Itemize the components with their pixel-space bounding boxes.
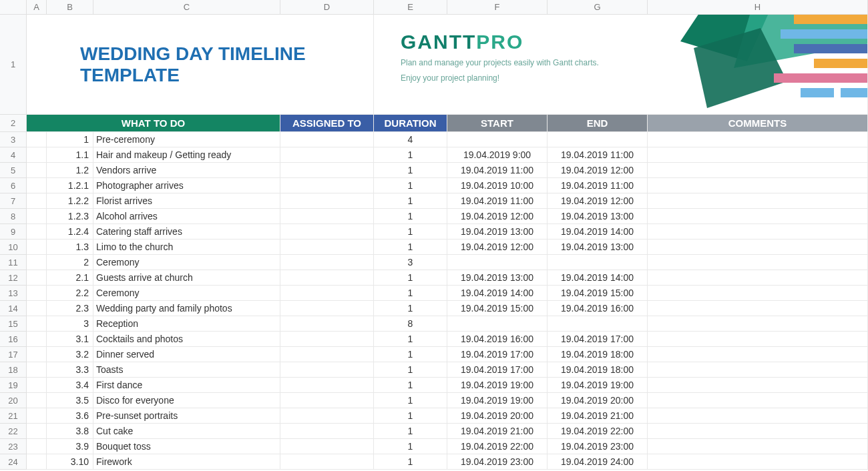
cell-end[interactable]: 19.04.2019 21:00	[548, 408, 648, 424]
cell-assigned[interactable]	[280, 378, 374, 393]
cell-comments[interactable]	[648, 224, 868, 240]
cell-duration[interactable]: 1	[374, 362, 447, 378]
row-header-6[interactable]: 6	[0, 178, 27, 193]
col-header-B[interactable]: B	[47, 0, 93, 15]
row-header-8[interactable]: 8	[0, 209, 27, 224]
cell-id[interactable]: 3.3	[47, 362, 93, 378]
cell-empty[interactable]	[27, 454, 47, 470]
cell-start[interactable]: 19.04.2019 12:00	[447, 240, 548, 255]
header-end[interactable]: END	[548, 115, 648, 132]
cell-comments[interactable]	[648, 347, 868, 362]
cell-id[interactable]: 1.2.2	[47, 193, 93, 209]
cell-end[interactable]: 19.04.2019 23:00	[548, 439, 648, 454]
cell-comments[interactable]	[648, 424, 868, 439]
row-header-10[interactable]: 10	[0, 240, 27, 255]
row-header-22[interactable]: 22	[0, 424, 27, 439]
cell-start[interactable]: 19.04.2019 15:00	[447, 301, 548, 316]
cell-task[interactable]: Ceremony	[93, 286, 280, 301]
cell-empty[interactable]	[27, 240, 47, 255]
cell-start[interactable]: 19.04.2019 12:00	[447, 209, 548, 224]
cell-start[interactable]	[447, 132, 548, 147]
cell-duration[interactable]: 1	[374, 286, 447, 301]
cell-task[interactable]: Vendors arrive	[93, 163, 280, 178]
cell-task[interactable]: Alcohol arrives	[93, 209, 280, 224]
select-all-corner[interactable]	[0, 0, 27, 15]
cell-task[interactable]: Ceremony	[93, 255, 280, 270]
cell-start[interactable]: 19.04.2019 19:00	[447, 393, 548, 408]
cell-start[interactable]	[447, 316, 548, 332]
cell-duration[interactable]: 8	[374, 316, 447, 332]
cell-task[interactable]: Limo to the church	[93, 240, 280, 255]
col-header-E[interactable]: E	[374, 0, 447, 15]
cell-duration[interactable]: 4	[374, 132, 447, 147]
cell-empty[interactable]	[27, 439, 47, 454]
cell-id[interactable]: 3.4	[47, 378, 93, 393]
cell-id[interactable]: 3.5	[47, 393, 93, 408]
cell-start[interactable]: 19.04.2019 17:00	[447, 347, 548, 362]
cell-duration[interactable]: 1	[374, 347, 447, 362]
header-duration[interactable]: DURATION	[374, 115, 447, 132]
cell-assigned[interactable]	[280, 332, 374, 347]
cell-empty[interactable]	[27, 424, 47, 439]
row-header-15[interactable]: 15	[0, 316, 27, 332]
cell-empty[interactable]	[27, 301, 47, 316]
cell-end[interactable]	[548, 255, 648, 270]
cell-end[interactable]: 19.04.2019 12:00	[548, 193, 648, 209]
cell-end[interactable]: 19.04.2019 12:00	[548, 163, 648, 178]
cell-start[interactable]: 19.04.2019 14:00	[447, 286, 548, 301]
cell-id[interactable]: 1.1	[47, 147, 93, 163]
cell-task[interactable]: Guests arrive at church	[93, 270, 280, 286]
cell-assigned[interactable]	[280, 347, 374, 362]
cell-comments[interactable]	[648, 332, 868, 347]
cell-id[interactable]: 3.1	[47, 332, 93, 347]
cell-end[interactable]: 19.04.2019 13:00	[548, 240, 648, 255]
row-header-24[interactable]: 24	[0, 454, 27, 470]
cell-end[interactable]: 19.04.2019 16:00	[548, 301, 648, 316]
cell-comments[interactable]	[648, 193, 868, 209]
cell-id[interactable]: 3	[47, 316, 93, 332]
cell-task[interactable]: Pre-sunset portraits	[93, 408, 280, 424]
cell-empty[interactable]	[27, 163, 47, 178]
cell-comments[interactable]	[648, 439, 868, 454]
cell-empty[interactable]	[27, 147, 47, 163]
cell-start[interactable]: 19.04.2019 11:00	[447, 193, 548, 209]
cell-id[interactable]: 2.2	[47, 286, 93, 301]
cell-end[interactable]: 19.04.2019 17:00	[548, 332, 648, 347]
cell-end[interactable]: 19.04.2019 19:00	[548, 378, 648, 393]
cell-comments[interactable]	[648, 270, 868, 286]
cell-task[interactable]: Wedding party and family photos	[93, 301, 280, 316]
header-start[interactable]: START	[447, 115, 548, 132]
cell-end[interactable]: 19.04.2019 11:00	[548, 147, 648, 163]
cell-comments[interactable]	[648, 301, 868, 316]
cell-end[interactable]: 19.04.2019 22:00	[548, 424, 648, 439]
cell-duration[interactable]: 1	[374, 178, 447, 193]
cell-empty[interactable]	[27, 393, 47, 408]
cell-empty[interactable]	[27, 255, 47, 270]
cell-end[interactable]	[548, 132, 648, 147]
cell-end[interactable]: 19.04.2019 14:00	[548, 224, 648, 240]
cell-id[interactable]: 3.9	[47, 439, 93, 454]
cell-comments[interactable]	[648, 163, 868, 178]
cell-duration[interactable]: 1	[374, 408, 447, 424]
cell-task[interactable]: Cut cake	[93, 424, 280, 439]
row-header-16[interactable]: 16	[0, 332, 27, 347]
cell-comments[interactable]	[648, 393, 868, 408]
cell-task[interactable]: Hair and makeup / Getting ready	[93, 147, 280, 163]
cell-id[interactable]: 2	[47, 255, 93, 270]
cell-assigned[interactable]	[280, 209, 374, 224]
cell-start[interactable]: 19.04.2019 17:00	[447, 362, 548, 378]
cell-comments[interactable]	[648, 316, 868, 332]
cell-id[interactable]: 3.8	[47, 424, 93, 439]
cell-id[interactable]: 1.2.4	[47, 224, 93, 240]
col-header-G[interactable]: G	[548, 0, 648, 15]
cell-duration[interactable]: 1	[374, 240, 447, 255]
row-header-17[interactable]: 17	[0, 347, 27, 362]
cell-empty[interactable]	[27, 362, 47, 378]
cell-start[interactable]: 19.04.2019 13:00	[447, 224, 548, 240]
cell-duration[interactable]: 1	[374, 393, 447, 408]
row-header-7[interactable]: 7	[0, 193, 27, 209]
cell-start[interactable]: 19.04.2019 13:00	[447, 270, 548, 286]
cell-duration[interactable]: 1	[374, 424, 447, 439]
cell-comments[interactable]	[648, 209, 868, 224]
cell-duration[interactable]: 1	[374, 439, 447, 454]
